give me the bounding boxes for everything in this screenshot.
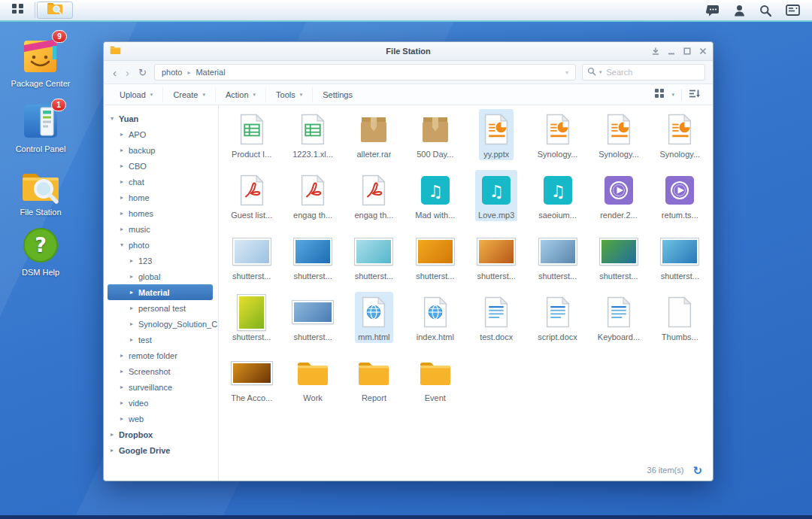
file-the-acco[interactable]: The Acco... xyxy=(221,353,282,414)
file-synology[interactable]: Synology... xyxy=(588,109,649,170)
file-index-html[interactable]: index.html xyxy=(404,292,465,353)
create-button[interactable]: Create ▾ xyxy=(163,87,216,102)
file-engag-th[interactable]: engag th... xyxy=(282,170,343,231)
file-saeoium[interactable]: ♫ saeoium... xyxy=(527,170,588,231)
tools-button[interactable]: Tools ▾ xyxy=(266,87,313,102)
sidebar-item-surveillance[interactable]: ▸ surveillance xyxy=(104,379,218,395)
chevron-right-icon[interactable]: ▸ xyxy=(130,320,138,327)
file-1223-1-xl[interactable]: 1223.1.xl... xyxy=(282,109,343,170)
file-shutterst[interactable]: shutterst... xyxy=(282,292,343,353)
file-event[interactable]: Event xyxy=(404,353,465,414)
chevron-right-icon[interactable]: ▸ xyxy=(120,162,129,169)
file-shutterst[interactable]: shutterst... xyxy=(221,292,282,353)
file-guest-list[interactable]: Guest list... xyxy=(221,170,282,231)
file-synology[interactable]: Synology... xyxy=(650,109,710,170)
upload-button[interactable]: Upload ▾ xyxy=(110,87,163,102)
sidebar-item-test[interactable]: ▸ test xyxy=(104,332,218,348)
file-shutterst[interactable]: shutterst... xyxy=(221,231,282,292)
chevron-right-icon[interactable]: ▸ xyxy=(120,131,129,138)
widgets-icon[interactable] xyxy=(786,5,800,16)
sidebar-item-personal-test[interactable]: ▸ personal test xyxy=(104,300,218,316)
main-menu-button[interactable] xyxy=(0,0,35,20)
sidebar-item-material[interactable]: ▸ Material xyxy=(108,284,213,300)
file-report[interactable]: Report xyxy=(344,353,404,414)
chevron-right-icon[interactable]: ▸ xyxy=(111,431,119,438)
sidebar-item-synology-solution-c[interactable]: ▸ Synology_Solution_C xyxy=(104,316,218,332)
file-work[interactable]: Work xyxy=(282,353,343,414)
search-input[interactable] xyxy=(605,67,680,77)
file-shutterst[interactable]: shutterst... xyxy=(588,231,649,292)
desktop-icon-file-station[interactable]: File Station xyxy=(8,168,74,217)
chevron-right-icon[interactable]: ▸ xyxy=(111,447,119,454)
file-product-i[interactable]: Product I... xyxy=(221,109,282,170)
file-station-task-button[interactable] xyxy=(37,2,73,19)
close-window-button[interactable] xyxy=(699,47,707,55)
maximize-window-button[interactable] xyxy=(683,47,691,55)
chevron-right-icon[interactable]: ▸ xyxy=(120,368,129,375)
file-shutterst[interactable]: shutterst... xyxy=(282,231,343,292)
chevron-right-icon[interactable]: ▸ xyxy=(120,399,129,406)
file-shutterst[interactable]: shutterst... xyxy=(650,231,710,292)
sidebar-item-screenshot[interactable]: ▸ Screenshot xyxy=(104,363,218,379)
search-box[interactable]: ▾ xyxy=(582,64,705,80)
file-shutterst[interactable]: shutterst... xyxy=(527,231,588,292)
file-engag-th[interactable]: engag th... xyxy=(344,170,404,231)
sidebar-item-apo[interactable]: ▸ APO xyxy=(104,126,218,142)
chevron-down-icon[interactable]: ▾ xyxy=(111,115,119,122)
chevron-right-icon[interactable]: ▸ xyxy=(130,273,138,280)
file-shutterst[interactable]: shutterst... xyxy=(344,231,404,292)
breadcrumb-photo[interactable]: photo xyxy=(162,68,183,77)
chevron-right-icon[interactable]: ▸ xyxy=(120,415,129,422)
path-history-caret-icon[interactable]: ▾ xyxy=(565,69,568,76)
file-script-docx[interactable]: script.docx xyxy=(527,292,588,353)
chevron-right-icon[interactable]: ▸ xyxy=(130,289,138,296)
sidebar-item-yuan[interactable]: ▾ Yuan xyxy=(104,111,218,126)
desktop-icon-control-panel[interactable]: 1 Control Panel xyxy=(8,102,74,154)
back-button[interactable]: ‹ xyxy=(111,67,118,78)
chevron-right-icon[interactable]: ▸ xyxy=(120,147,129,153)
file-synology[interactable]: Synology... xyxy=(527,109,588,170)
file-retum-ts[interactable]: retum.ts... xyxy=(650,170,710,231)
chevron-right-icon[interactable]: ▸ xyxy=(120,210,129,217)
action-button[interactable]: Action ▾ xyxy=(216,87,266,102)
file-500-day[interactable]: 500 Day... xyxy=(404,109,465,170)
sidebar-item-chat[interactable]: ▸ chat xyxy=(104,174,218,190)
search-icon[interactable] xyxy=(759,5,771,17)
breadcrumb[interactable]: photo▸ Material▾ xyxy=(154,64,576,80)
notifications-icon[interactable] xyxy=(706,5,720,17)
sidebar-item-remote-folder[interactable]: ▸ remote folder xyxy=(104,348,218,363)
file-alleter-rar[interactable]: alleter.rar xyxy=(344,109,404,170)
sidebar-item-web[interactable]: ▸ web xyxy=(104,411,218,426)
sidebar-item-music[interactable]: ▸ music xyxy=(104,221,218,237)
refresh-list-button[interactable]: ↻ xyxy=(692,465,702,476)
file-mm-html[interactable]: mm.html xyxy=(344,292,404,353)
desktop-icon-dsm-help[interactable]: ? DSM Help xyxy=(8,226,74,278)
file-mad-with[interactable]: ♫ Mad with... xyxy=(404,170,465,231)
sidebar-item-photo[interactable]: ▾ photo xyxy=(104,237,218,253)
chevron-down-icon[interactable]: ▾ xyxy=(120,241,129,248)
settings-button[interactable]: Settings xyxy=(313,87,362,102)
grid-view-button[interactable] xyxy=(654,88,665,102)
file-yy-pptx[interactable]: yy.pptx xyxy=(466,109,527,170)
file-render-2[interactable]: render.2... xyxy=(588,170,649,231)
chevron-right-icon[interactable]: ▸ xyxy=(120,352,129,359)
view-caret-icon[interactable]: ▾ xyxy=(671,92,674,98)
sidebar-item-homes[interactable]: ▸ homes xyxy=(104,205,218,221)
window-titlebar[interactable]: File Station xyxy=(104,42,713,61)
sidebar-item-cbo[interactable]: ▸ CBO xyxy=(104,158,218,174)
user-icon[interactable] xyxy=(734,5,745,17)
file-love-mp3[interactable]: ♫ Love.mp3 xyxy=(466,170,527,231)
search-scope-caret-icon[interactable]: ▾ xyxy=(599,69,602,75)
sidebar-item-123[interactable]: ▸ 123 xyxy=(104,253,218,269)
file-keyboard[interactable]: Keyboard... xyxy=(588,292,649,353)
pin-window-button[interactable] xyxy=(652,47,659,55)
chevron-right-icon[interactable]: ▸ xyxy=(130,336,138,343)
file-test-docx[interactable]: test.docx xyxy=(466,292,527,353)
sidebar-item-home[interactable]: ▸ home xyxy=(104,190,218,205)
chevron-right-icon[interactable]: ▸ xyxy=(120,194,129,201)
breadcrumb-material[interactable]: Material xyxy=(195,68,225,77)
forward-button[interactable]: › xyxy=(124,67,131,78)
file-thumbs[interactable]: Thumbs... xyxy=(650,292,710,353)
chevron-right-icon[interactable]: ▸ xyxy=(120,384,129,390)
refresh-button[interactable]: ↻ xyxy=(137,68,148,77)
